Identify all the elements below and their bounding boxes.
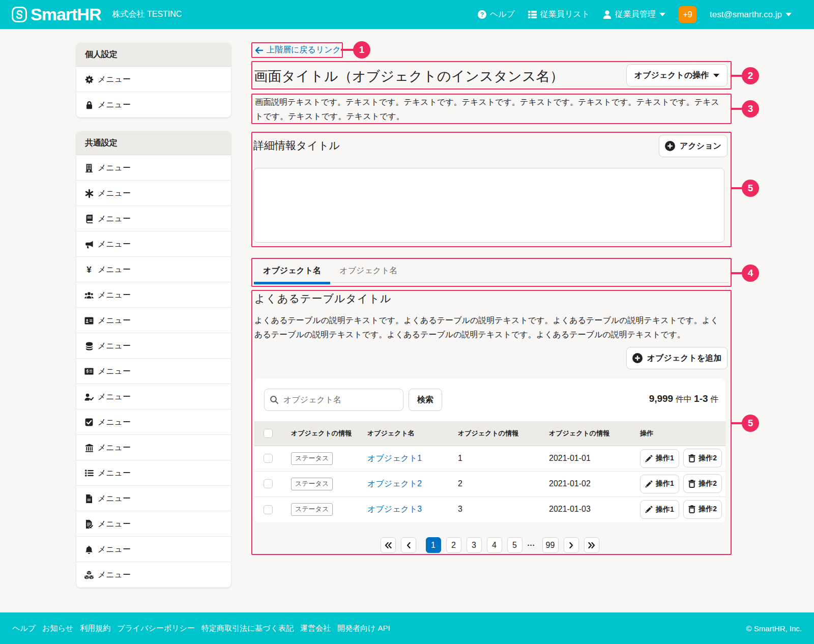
svg-text:?: ? [480,11,484,18]
